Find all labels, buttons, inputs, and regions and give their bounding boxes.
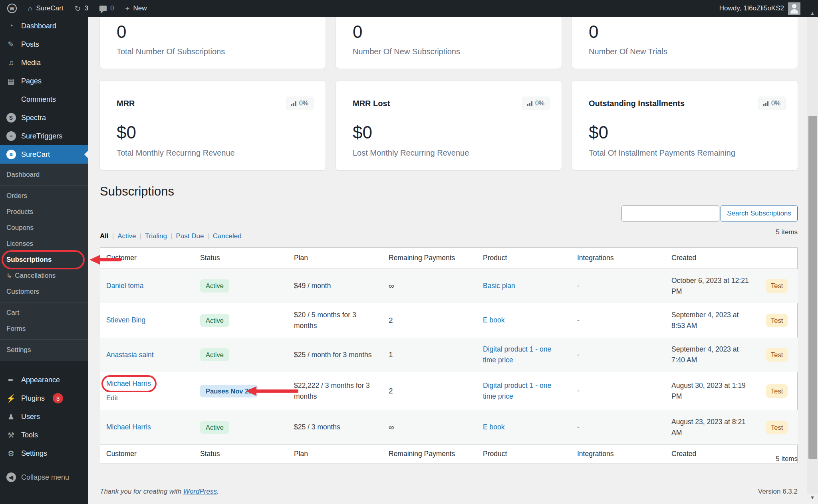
scrollbar-thumb[interactable] [808,116,817,459]
sidebar-item[interactable]: ⚡ Plugins 3 [0,389,88,407]
table-body: Daniel toma Active $49 / month ∞ [100,269,798,445]
filter-link[interactable]: Active [117,232,136,240]
column-header[interactable]: Product [477,248,571,269]
avatar[interactable] [788,2,800,15]
admin-bar: W ⌂ SureCart ↻ 3 0 + New Howdy, 1I6oZli5… [0,0,818,17]
column-header[interactable]: Status [194,248,288,269]
customer-link[interactable]: Michael Harris [106,379,151,387]
submenu-item[interactable]: Forms [0,321,88,337]
sidebar-item[interactable]: ≡ SureCart [0,145,88,164]
home-icon: ⌂ [28,5,32,12]
sidebar-item[interactable]: Comments [0,90,88,109]
submenu-item[interactable]: Customers [0,284,88,300]
submenu-item[interactable]: Settings [0,342,88,358]
remaining-payments-cell: ∞ [383,410,477,445]
column-header[interactable]: Customer [100,248,194,269]
column-header[interactable]: Created [665,248,760,269]
sidebar-main-menu: ◔ Dashboard ✎ Posts ♫ Media [0,17,88,164]
sidebar-bottom-menu: ✒ Appearance ⚡ Plugins 3 ♟ [0,371,88,486]
percent-value: 0% [771,100,780,107]
sidebar-item[interactable]: ⚙ Settings [0,444,88,462]
product-link[interactable]: Digital product 1 - one time price [483,381,551,400]
remaining-payments-cell: 2 [383,303,477,338]
revenue-cards-row: MRR 0% $0 Total Monthly Recurring Revenu… [100,81,798,170]
search-subscriptions-button[interactable]: Search Subscriptions [721,206,798,221]
sidebar-item[interactable]: ◔ Dashboard [0,17,88,35]
filter-link[interactable]: Past Due [176,232,204,240]
product-link[interactable]: E book [483,423,504,431]
customer-link[interactable]: Daniel toma [106,282,143,290]
updates-link[interactable]: ↻ 3 [75,4,88,12]
scrollbar-track[interactable] [807,17,818,494]
submenu-item[interactable]: Products [0,204,88,220]
customer-link[interactable]: Stieven Bing [106,316,145,324]
stat-label: Total Number Of Subscriptions [117,47,314,56]
howdy-text[interactable]: Howdy, 1I6oZli5oKS2 [719,4,784,12]
filter-link[interactable]: All [100,232,109,240]
product-link[interactable]: Basic plan [483,282,515,290]
created-cell: August 23, 2023 at 8:21 AM [665,410,760,445]
scroll-down-icon[interactable]: ▼ [807,495,818,500]
submenu-item[interactable]: Dashboard [0,167,88,183]
cancellations-arrow-icon: ↳ [6,272,12,280]
sidebar-item[interactable]: ♫ Media [0,53,88,72]
sidebar-item[interactable]: ◀ Collapse menu [0,468,88,486]
status-filters: All | Active | Trialing | Past Due | Can… [100,232,242,240]
table-row: Michael Harris Edit Pauses Nov 23 [100,372,798,410]
filter-link[interactable]: Canceled [213,232,242,240]
scroll-up-icon[interactable]: ▲ [807,10,818,16]
submenu-item[interactable]: Coupons [0,220,88,236]
column-header[interactable]: Plan [288,248,383,269]
sidebar-item[interactable]: ♟ Users [0,407,88,426]
filter-link[interactable]: Trialing [145,232,167,240]
test-mode-badge: Test [766,348,788,362]
column-header[interactable]: Integrations [571,248,665,269]
customer-link[interactable]: Michael Harris [106,423,151,431]
wordpress-menu[interactable]: W [7,4,17,13]
scrollbar[interactable]: ▲ ▼ [807,0,818,504]
submenu-item[interactable]: Orders [0,188,88,204]
customer-link[interactable]: Anastasia saint [106,351,154,359]
submenu-item[interactable]: Cart [0,305,88,321]
site-link[interactable]: ⌂ SureCart [28,4,64,12]
customer-cell: Michael Harris [100,410,194,445]
edit-link[interactable]: Edit [106,393,188,403]
mode-cell: Test [760,303,798,338]
integrations-cell: - [571,303,665,338]
product-link[interactable]: E book [483,316,504,324]
mode-cell: Test [760,269,798,303]
sidebar-item[interactable]: ✎ Posts [0,35,88,53]
column-header[interactable] [760,248,798,269]
stat-label: Number Of New Trials [589,47,786,56]
status-badge: Active [200,314,229,327]
comment-count: 0 [110,4,114,12]
sidebar-item[interactable]: ✒ Appearance [0,371,88,389]
test-mode-badge: Test [766,421,788,435]
new-content-link[interactable]: + New [125,4,147,12]
filter-separator: | [207,232,209,240]
sidebar-item[interactable]: ⚒ Tools [0,426,88,444]
product-link[interactable]: Digital product 1 - one time price [483,345,551,364]
wordpress-link[interactable]: WordPress [183,488,217,495]
submenu-item[interactable]: Licenses [0,236,88,252]
submenu-divider [0,185,88,186]
stat-value: 0 [117,22,314,42]
submenu-item-label: Coupons [6,224,34,232]
customer-cell: Daniel toma [100,269,194,303]
sidebar-item[interactable]: ▤ Pages [0,72,88,90]
sidebar-item-label: Dashboard [21,22,56,30]
submenu-item-label: Licenses [6,240,33,248]
plan-cell: $20 / 5 months for 3 months [288,303,383,338]
remaining-payments-cell: 2 [383,372,477,410]
column-header[interactable]: Remaining Payments [383,248,477,269]
integrations-cell: - [571,269,665,303]
comments-link[interactable]: 0 [99,4,114,12]
sidebar-item[interactable]: ≡ SureTriggers [0,127,88,145]
spectra-icon: S [6,113,16,123]
submenu-item[interactable]: ↳ Cancellations [0,268,88,284]
product-cell: Basic plan [477,269,571,303]
card-title: MRR Lost [353,99,390,108]
search-input[interactable] [621,206,719,221]
submenu-item[interactable]: Subscriptions [0,252,88,268]
sidebar-item[interactable]: S Spectra [0,109,88,127]
